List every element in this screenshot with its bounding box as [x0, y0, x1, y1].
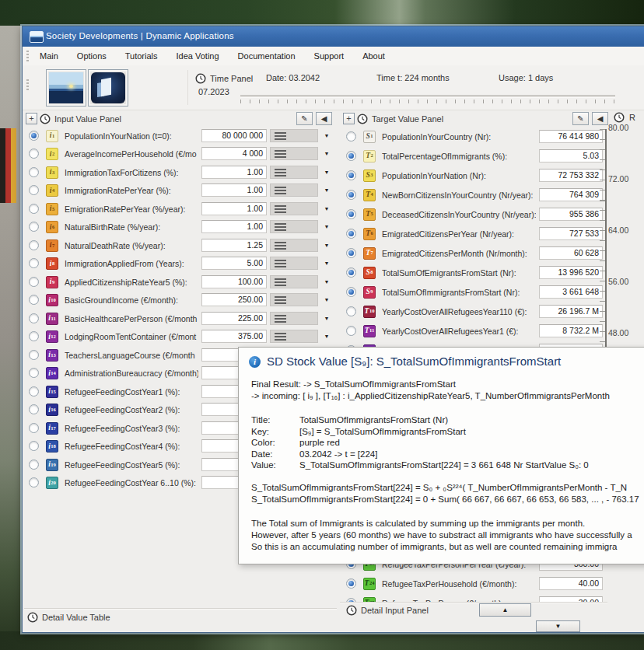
slider-handle-icon[interactable] [275, 333, 286, 341]
menu-item-options[interactable]: Options [77, 51, 107, 61]
target-panel-expand-button[interactable]: + [343, 113, 355, 124]
row-dropdown-button[interactable]: ▼ [321, 130, 332, 142]
row-dropdown-button[interactable]: ▼ [321, 148, 332, 160]
row-value-field[interactable]: 13 996 520 [539, 266, 603, 279]
row-radio-button[interactable] [29, 441, 39, 451]
row-dropdown-button[interactable]: ▼ [321, 257, 332, 270]
row-radio-button[interactable] [29, 277, 39, 287]
row-radio-button[interactable] [29, 167, 39, 177]
row-radio-button[interactable] [29, 204, 39, 214]
row-radio-button[interactable] [29, 222, 39, 232]
row-radio-button[interactable] [346, 578, 356, 589]
row-radio-button[interactable] [29, 423, 39, 433]
row-dropdown-button[interactable]: ▼ [321, 239, 332, 252]
row-slider[interactable] [270, 202, 318, 215]
menu-item-main[interactable]: Main [40, 51, 58, 61]
row-radio-button[interactable] [29, 460, 39, 470]
row-radio-button[interactable] [346, 190, 356, 200]
row-radio-button[interactable] [346, 248, 356, 258]
row-radio-button[interactable] [346, 229, 356, 239]
row-slider[interactable] [270, 312, 318, 325]
slider-handle-icon[interactable] [275, 187, 286, 194]
row-radio-button[interactable] [346, 151, 356, 161]
row-value-field[interactable]: 4 000 [201, 147, 267, 160]
slider-handle-icon[interactable] [275, 223, 286, 231]
target-panel-collapse-button[interactable]: ◀ [592, 112, 608, 125]
row-radio-button[interactable] [29, 258, 39, 268]
row-value-field[interactable]: 60 628 [539, 246, 603, 260]
slider-handle-icon[interactable] [275, 315, 286, 323]
row-value-field[interactable]: 225.00 [201, 312, 267, 325]
row-dropdown-button[interactable]: ▼ [321, 221, 332, 233]
row-radio-button[interactable] [346, 267, 356, 278]
row-radio-button[interactable] [346, 209, 356, 219]
row-value-field[interactable]: 26 196.7 M [539, 305, 603, 318]
row-radio-button[interactable] [29, 131, 39, 141]
scenario-image-button[interactable] [46, 69, 86, 107]
row-value-field[interactable]: 8 732.2 M [539, 324, 603, 337]
title-bar[interactable]: Society Developments | Dynamic Applicati… [23, 26, 644, 47]
row-slider[interactable] [270, 239, 318, 252]
input-panel-edit-button[interactable]: ✎ [296, 112, 313, 125]
row-value-field[interactable]: 80 000 000 [201, 129, 267, 142]
slider-handle-icon[interactable] [275, 260, 286, 267]
row-slider[interactable] [270, 129, 318, 142]
row-radio-button[interactable] [29, 149, 39, 159]
slider-handle-icon[interactable] [275, 296, 286, 304]
row-slider[interactable] [270, 275, 318, 288]
row-radio-button[interactable] [29, 477, 39, 488]
row-value-field[interactable]: 250.00 [201, 293, 267, 306]
row-dropdown-button[interactable]: ▼ [321, 184, 332, 197]
row-radio-button[interactable] [346, 131, 356, 142]
row-slider[interactable] [270, 293, 318, 306]
row-radio-button[interactable] [346, 306, 356, 316]
row-radio-button[interactable] [29, 295, 39, 305]
menu-item-support[interactable]: Support [314, 51, 345, 61]
input-panel-expand-button[interactable]: + [26, 113, 37, 124]
menu-item-idea-voting[interactable]: Idea Voting [177, 51, 219, 61]
row-radio-button[interactable] [29, 404, 39, 414]
input-panel-collapse-button[interactable]: ◀ [316, 112, 332, 125]
row-value-field[interactable]: 40.00 [539, 577, 603, 590]
row-value-field[interactable]: 1.00 [201, 220, 267, 233]
row-radio-button[interactable] [29, 331, 39, 341]
slider-handle-icon[interactable] [275, 169, 286, 176]
row-value-field[interactable]: 764 309 [539, 188, 603, 201]
exit-door-button[interactable] [88, 69, 128, 107]
row-slider[interactable] [270, 147, 318, 160]
row-value-field[interactable]: 5.00 [201, 257, 267, 270]
row-value-field[interactable]: 100.00 [201, 275, 267, 288]
row-slider[interactable] [270, 220, 318, 233]
row-value-field[interactable]: 727 533 [539, 227, 603, 240]
slider-handle-icon[interactable] [275, 150, 286, 158]
scroll-up-button[interactable]: ▲ [479, 603, 531, 617]
row-value-field[interactable]: 72 753 332 [539, 169, 603, 182]
menu-item-documentation[interactable]: Documentation [238, 51, 296, 61]
row-radio-button[interactable] [346, 326, 356, 336]
time-slider-track[interactable] [240, 95, 615, 98]
row-value-field[interactable]: 1.00 [201, 183, 267, 197]
scroll-down-button[interactable]: ▼ [536, 620, 580, 632]
slider-handle-icon[interactable] [275, 205, 286, 213]
row-radio-button[interactable] [346, 170, 356, 180]
row-value-field[interactable]: 1.25 [201, 239, 267, 252]
row-radio-button[interactable] [29, 350, 39, 360]
slider-handle-icon[interactable] [275, 278, 286, 286]
row-value-field[interactable]: 3 661 648 [539, 285, 603, 299]
row-dropdown-button[interactable]: ▼ [321, 276, 332, 288]
row-dropdown-button[interactable]: ▼ [321, 203, 332, 215]
row-radio-button[interactable] [29, 240, 39, 250]
row-dropdown-button[interactable]: ▼ [321, 294, 332, 306]
row-dropdown-button[interactable]: ▼ [321, 330, 332, 343]
row-radio-button[interactable] [346, 287, 356, 297]
row-radio-button[interactable] [29, 368, 39, 378]
row-radio-button[interactable] [29, 313, 39, 323]
row-value-field[interactable]: 5.03 [539, 149, 603, 162]
row-slider[interactable] [270, 166, 318, 179]
row-value-field[interactable]: 955 386 [539, 208, 603, 221]
row-value-field[interactable]: 76 414 980 [539, 130, 603, 143]
target-panel-edit-button[interactable]: ✎ [572, 112, 589, 125]
row-value-field[interactable]: 375.00 [201, 330, 267, 343]
slider-handle-icon[interactable] [275, 242, 286, 250]
row-value-field[interactable]: 1.00 [201, 202, 267, 215]
